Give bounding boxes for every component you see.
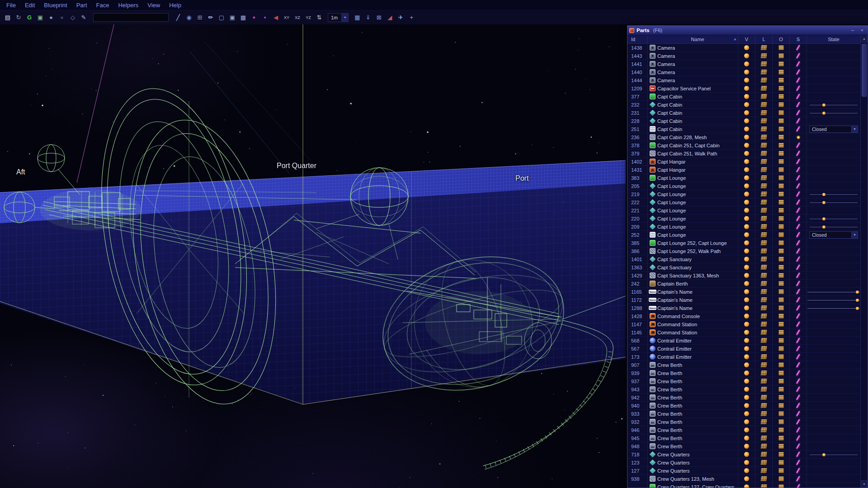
brick-stack-icon[interactable] [760, 273, 767, 278]
brick-stack-icon[interactable] [760, 436, 767, 441]
amber-orb-icon[interactable] [744, 476, 749, 481]
magenta-slash-icon[interactable] [796, 199, 800, 205]
crate-icon[interactable] [778, 45, 784, 50]
table-row[interactable]: 942Crew Berth [627, 394, 860, 402]
magenta-slash-icon[interactable] [796, 451, 800, 457]
amber-orb-icon[interactable] [744, 127, 749, 131]
state-dropdown[interactable]: Closed▼ [809, 231, 858, 239]
amber-orb-icon[interactable] [744, 102, 749, 107]
table-row[interactable]: 219Capt Lounge [627, 190, 860, 198]
menu-item-helpers[interactable]: Helpers [113, 0, 143, 10]
crate-icon[interactable] [778, 232, 784, 237]
crate-icon[interactable] [778, 265, 784, 270]
crate-icon[interactable] [778, 468, 784, 473]
parts-scrollbar[interactable]: ▲ ▼ [860, 35, 868, 488]
table-row[interactable]: 939Crew Berth [627, 369, 860, 377]
magenta-slash-icon[interactable] [796, 183, 800, 189]
crate-icon[interactable] [778, 330, 784, 335]
reload-icon[interactable]: ↻ [14, 13, 24, 23]
brick-stack-icon[interactable] [760, 338, 767, 343]
line-tool-icon[interactable]: ╱ [173, 13, 183, 23]
table-row[interactable]: 385Capt Lounge 252, Capt Lounge [627, 239, 860, 247]
brick-stack-icon[interactable] [760, 281, 767, 286]
magenta-slash-icon[interactable] [796, 256, 800, 262]
table-row[interactable]: 932Crew Berth [627, 418, 860, 426]
table-row[interactable]: 1165NameCaptain's Name [627, 288, 860, 296]
new-document-icon[interactable]: ▤ [3, 13, 13, 23]
amber-orb-icon[interactable] [744, 183, 749, 188]
slider-knob[interactable] [856, 299, 859, 302]
crate-icon[interactable] [778, 192, 784, 197]
magenta-add-small-icon[interactable]: ▪ [260, 13, 270, 23]
amber-orb-icon[interactable] [744, 159, 749, 164]
table-row[interactable]: 568Contrail Emitter [627, 337, 860, 345]
crate-icon[interactable] [778, 281, 784, 286]
amber-orb-icon[interactable] [744, 224, 749, 229]
table-row[interactable]: 1402Capt Hangar [627, 158, 860, 166]
amber-orb-icon[interactable] [744, 45, 749, 50]
amber-orb-icon[interactable] [744, 167, 749, 172]
magenta-slash-icon[interactable] [796, 264, 800, 270]
magenta-slash-icon[interactable] [796, 460, 800, 465]
amber-orb-icon[interactable] [744, 289, 749, 294]
amber-orb-icon[interactable] [744, 354, 749, 359]
amber-orb-icon[interactable] [744, 61, 749, 66]
axis-xy-button[interactable]: XY [282, 13, 292, 23]
brick-stack-icon[interactable] [760, 330, 767, 335]
magenta-slash-icon[interactable] [796, 77, 800, 83]
crate-icon[interactable] [778, 240, 784, 245]
column-header-id[interactable]: Id [627, 35, 647, 43]
axis-yz-button[interactable]: YZ [303, 13, 313, 23]
crate-icon[interactable] [778, 61, 784, 66]
brick-stack-icon[interactable] [760, 159, 767, 164]
table-row[interactable]: 383Capt Lounge [627, 174, 860, 182]
brick-stack-icon[interactable] [760, 395, 767, 400]
amber-orb-icon[interactable] [744, 314, 749, 319]
table-row[interactable]: 1438Camera [627, 44, 860, 52]
magenta-slash-icon[interactable] [796, 150, 800, 156]
crate-icon[interactable] [778, 362, 784, 367]
amber-orb-icon[interactable] [744, 346, 749, 351]
magenta-slash-icon[interactable] [796, 85, 800, 91]
brick-stack-icon[interactable] [760, 305, 767, 310]
magenta-slash-icon[interactable] [796, 394, 800, 400]
amber-orb-icon[interactable] [744, 444, 749, 449]
crate-icon[interactable] [778, 118, 784, 123]
amber-orb-icon[interactable] [744, 484, 749, 488]
table-row[interactable]: 127Crew Quarters [627, 467, 860, 475]
magenta-slash-icon[interactable] [796, 53, 800, 59]
amber-orb-icon[interactable] [744, 208, 749, 213]
crate-icon[interactable] [778, 208, 784, 213]
amber-orb-icon[interactable] [744, 151, 749, 156]
amber-orb-icon[interactable] [744, 305, 749, 310]
brick-stack-icon[interactable] [760, 265, 767, 270]
brick-stack-icon[interactable] [760, 468, 767, 473]
state-slider[interactable] [810, 223, 858, 230]
magenta-slash-icon[interactable] [796, 468, 800, 474]
state-slider[interactable] [810, 101, 858, 108]
table-row[interactable]: 228Capt Cabin [627, 117, 860, 125]
magenta-slash-icon[interactable] [796, 175, 800, 181]
slider-knob[interactable] [822, 103, 826, 107]
grid-scale-select[interactable]: 1m▼ [328, 13, 349, 22]
brick-stack-icon[interactable] [760, 45, 767, 50]
brick-stack-icon[interactable] [760, 476, 767, 481]
table-row[interactable]: 205Capt Lounge [627, 182, 860, 190]
import-icon[interactable]: ⇓ [363, 13, 373, 23]
table-row[interactable]: 1288NameCaptain's Name [627, 304, 860, 312]
magenta-slash-icon[interactable] [796, 329, 800, 335]
crate-icon[interactable] [778, 151, 784, 156]
brick-stack-icon[interactable] [760, 354, 767, 359]
table-row[interactable]: 1428Command Console [627, 312, 860, 320]
crate-icon[interactable] [778, 297, 784, 302]
brick-stack-icon[interactable] [760, 61, 767, 66]
grid-icon[interactable]: ▦ [352, 13, 362, 23]
crate-icon[interactable] [778, 387, 784, 392]
menu-item-face[interactable]: Face [92, 0, 114, 10]
slider-knob[interactable] [856, 291, 859, 294]
magenta-slash-icon[interactable] [796, 272, 800, 278]
brick-stack-icon[interactable] [760, 257, 767, 262]
sphere-dark-icon[interactable]: ● [57, 13, 67, 23]
magenta-slash-icon[interactable] [796, 427, 800, 433]
table-row[interactable]: 1147Command Station [627, 320, 860, 328]
